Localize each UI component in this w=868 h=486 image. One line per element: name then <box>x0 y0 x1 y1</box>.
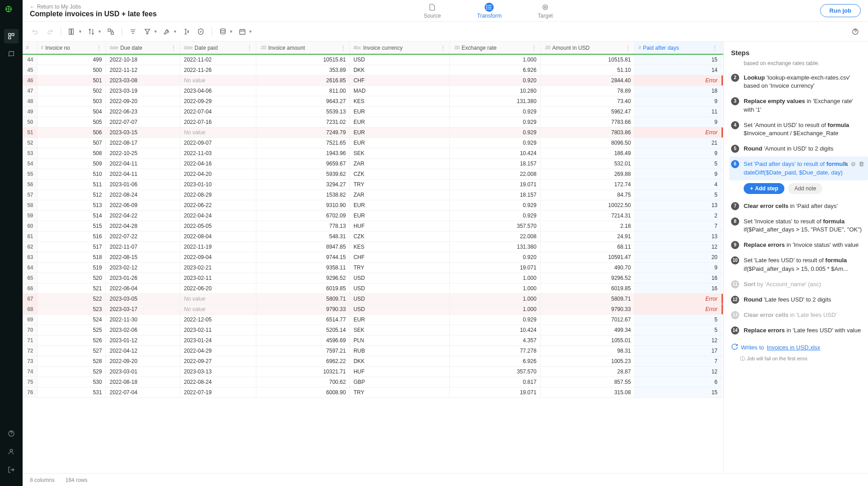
column-header[interactable]: dateDue date⋮ <box>106 42 180 54</box>
step-item[interactable]: 14Replace errors in 'Late fees USD' with… <box>729 323 868 338</box>
step-item[interactable]: 13Clear error cells in 'Late fees USD' <box>729 307 868 323</box>
column-header[interactable]: dateDate paid⋮ <box>180 42 256 54</box>
column-header[interactable]: #Invoice no⋮ <box>37 42 106 54</box>
table-row[interactable]: 495042022-06-232022-07-045539.13EUR0.929… <box>23 107 723 117</box>
tab-source[interactable]: Source <box>424 3 441 19</box>
table-row[interactable]: 635182022-08-152022-09-049744.15CHF0.920… <box>23 252 723 263</box>
column-header[interactable]: .00Invoice amount⋮ <box>256 42 350 54</box>
step-number: 13 <box>731 311 739 319</box>
step-item[interactable]: 7Clear error cells in 'Paid after days' <box>729 198 868 214</box>
step-item[interactable]: 10Set 'Late fees USD' to result of formu… <box>729 253 868 276</box>
column-header[interactable]: # <box>23 42 37 54</box>
table-row[interactable]: 525072022-08-172022-09-077521.65EUR0.929… <box>23 138 723 148</box>
run-job-button[interactable]: Run job <box>820 4 861 17</box>
svg-point-0 <box>5 6 12 12</box>
table-row[interactable]: 535082022-10-252022-11-031943.96SEK10.42… <box>23 148 723 159</box>
table-row[interactable]: 745292023-03-012023-03-1310321.71HUF357.… <box>23 367 723 377</box>
column-menu-icon[interactable]: ⋮ <box>712 45 717 51</box>
disable-icon[interactable]: ⊘ <box>851 160 856 168</box>
table-row[interactable]: 725272022-04-122022-04-297597.21RUB77.27… <box>23 346 723 356</box>
column-menu-icon[interactable]: ⋮ <box>96 45 102 51</box>
table-row[interactable]: 755302022-08-182022-08-24700.62GBP0.8178… <box>23 377 723 387</box>
sort-button[interactable] <box>86 26 97 37</box>
columns-button[interactable] <box>66 26 77 37</box>
table-row[interactable]: 595142022-04-222022-04-246702.09EUR0.929… <box>23 211 723 221</box>
steps-panel: Steps based on exchange rates table. 2Lo… <box>723 42 868 473</box>
table-row[interactable]: 705252023-02-062023-02-115205.14SEK10.42… <box>23 325 723 335</box>
table-row[interactable]: 575122022-08-242022-08-291538.82ZAR18.15… <box>23 190 723 200</box>
column-header[interactable]: .00Exchange rate⋮ <box>450 42 540 54</box>
formula-button[interactable] <box>181 26 192 37</box>
table-row[interactable]: 765312022-07-042022-07-196008.90TRY19.07… <box>23 387 723 398</box>
column-menu-icon[interactable]: ⋮ <box>625 45 631 51</box>
step-item[interactable]: 9Replace errors in 'Invoice status' with… <box>729 237 868 253</box>
table-row[interactable]: 625172022-11-072022-11-198947.85KES131.3… <box>23 242 723 252</box>
table-row[interactable]: 615162022-07-222022-08-04548.31CZK22.008… <box>23 231 723 242</box>
nav-user[interactable] <box>4 444 19 459</box>
wrench-button[interactable] <box>161 26 172 37</box>
tab-target[interactable]: Target <box>538 3 553 19</box>
column-menu-icon[interactable]: ⋮ <box>171 45 176 51</box>
table-row[interactable]: 565112023-01-062023-01-103294.27TRY19.07… <box>23 179 723 190</box>
app-logo <box>5 5 18 18</box>
column-menu-icon[interactable]: ⋮ <box>531 45 537 51</box>
table-row[interactable]: 505052022-07-072022-07-167231.02EUR0.929… <box>23 117 723 127</box>
table-row[interactable]: 695242022-11-302022-12-056514.77EUR0.929… <box>23 315 723 325</box>
step-item[interactable]: 4Set 'Amount in USD' to result of formul… <box>729 118 868 141</box>
column-menu-icon[interactable]: ⋮ <box>340 45 346 51</box>
filter-rows-button[interactable] <box>127 26 138 37</box>
table-row[interactable]: 585132022-06-092022-06-229310.90EUR0.929… <box>23 200 723 211</box>
step-item[interactable]: 3Replace empty values in 'Exchange rate'… <box>729 94 868 117</box>
step-item[interactable]: 11Sort by 'Account_name' (asc) <box>729 277 868 292</box>
step-item[interactable]: 12Round 'Late fees USD' to 2 digits <box>729 292 868 307</box>
nav-logout[interactable] <box>4 462 19 477</box>
nav-help[interactable] <box>4 426 19 441</box>
svg-rect-6 <box>12 33 14 36</box>
step-item[interactable]: 6Set 'Paid after days' to result of form… <box>729 156 868 180</box>
data-table[interactable]: ##Invoice no⋮dateDue date⋮dateDate paid⋮… <box>23 42 723 473</box>
step-item[interactable]: 5Round 'Amount in USD' to 2 digits <box>729 141 868 156</box>
table-row[interactable]: 685232023-03-17No value9790.33USD1.00097… <box>23 304 723 315</box>
tab-transform[interactable]: Transform <box>477 3 501 19</box>
table-row[interactable]: 605152022-04-282022-05-05778.13HUF357.57… <box>23 221 723 231</box>
shield-button[interactable] <box>195 26 206 37</box>
table-row[interactable]: 665212022-06-042022-06-206019.85USD1.000… <box>23 283 723 294</box>
svg-point-3 <box>7 9 9 11</box>
nav-jobs[interactable] <box>4 29 19 43</box>
table-row[interactable]: 545092022-04-112022-04-169659.67ZAR18.15… <box>23 159 723 169</box>
table-row[interactable]: 475022023-03-192023-04-06811.00MAD10.280… <box>23 86 723 96</box>
svg-point-16 <box>543 5 548 9</box>
column-menu-icon[interactable]: ⋮ <box>440 45 446 51</box>
table-row[interactable]: 645192023-02-122023-02-219358.11TRY19.07… <box>23 263 723 273</box>
undo-button[interactable] <box>30 26 41 37</box>
table-row[interactable]: 655202023-01-262023-02-119296.52USD1.000… <box>23 273 723 283</box>
table-row[interactable]: 485032022-09-202022-09-299643.27KES131.3… <box>23 96 723 107</box>
merge-button[interactable] <box>105 26 116 37</box>
table-row[interactable]: 455002022-11-122022-11-26353.89DKK6.9265… <box>23 65 723 75</box>
calendar-button[interactable] <box>237 26 248 37</box>
column-header[interactable]: .00Amount in USD⋮ <box>540 42 635 54</box>
table-row[interactable]: 735282022-09-202022-09-276962.22DKK6.926… <box>23 356 723 367</box>
column-menu-icon[interactable]: ⋮ <box>247 45 252 51</box>
redo-button[interactable] <box>44 26 55 37</box>
edit-icon[interactable]: ✎ <box>843 160 848 168</box>
column-header[interactable]: AbcInvoice currency⋮ <box>349 42 449 54</box>
table-row[interactable]: 675222023-03-05No value5809.71USD1.00058… <box>23 294 723 304</box>
table-row[interactable]: 465012023-03-08No value2616.85CHF0.92028… <box>23 75 723 86</box>
table-row[interactable]: 555102022-04-112022-04-205939.62CZK22.00… <box>23 169 723 179</box>
table-row[interactable]: 715262023-01-122023-01-244596.69PLN4.357… <box>23 335 723 346</box>
nav-docs[interactable] <box>4 47 19 61</box>
column-header[interactable]: #Paid after days⋮ <box>635 42 722 54</box>
return-link[interactable]: ← Return to My Jobs <box>30 4 157 10</box>
step-item[interactable]: 8Set 'Invoice status' to result of formu… <box>729 214 868 237</box>
help-icon[interactable] <box>850 26 861 37</box>
writes-to-link[interactable]: Writes to Invoices in USD.xlsx <box>729 339 868 354</box>
filter-button[interactable] <box>142 26 153 37</box>
table-row[interactable]: 444992022-10-182022-11-0210515.81USD1.00… <box>23 54 723 65</box>
table-row[interactable]: 515062023-03-15No value7249.79EUR0.92978… <box>23 127 723 138</box>
delete-icon[interactable]: 🗑 <box>859 160 864 168</box>
database-button[interactable] <box>217 26 228 37</box>
add-note-button[interactable]: Add note <box>788 183 822 194</box>
step-item[interactable]: 2Lookup 'lookup-example-exch-rates.csv' … <box>729 70 868 94</box>
add-step-button[interactable]: + Add step <box>744 183 784 194</box>
